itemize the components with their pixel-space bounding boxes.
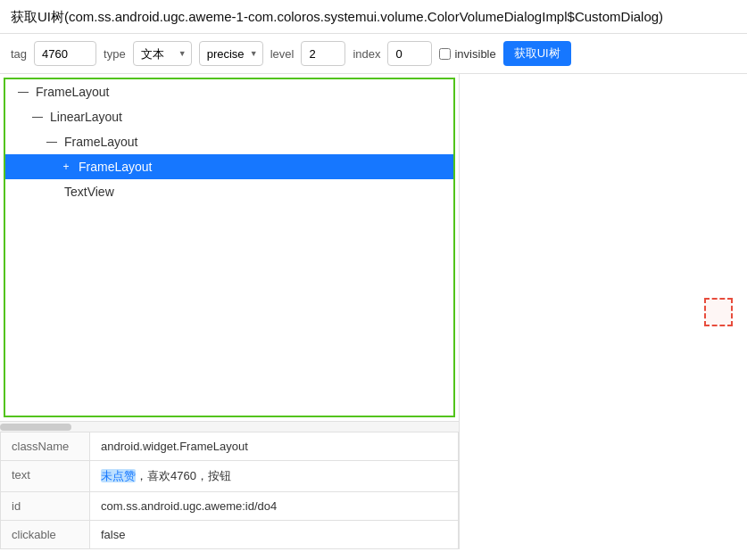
tree-item-label: LinearLayout: [50, 110, 122, 124]
table-row: clickable false: [1, 521, 459, 549]
prop-key: id: [1, 492, 90, 521]
invisible-checkbox-label[interactable]: invisible: [439, 47, 495, 61]
prop-value-text: 未点赞，喜欢4760，按钮: [90, 461, 459, 492]
table-row: className android.widget.FrameLayout: [1, 432, 459, 461]
type-label: type: [104, 47, 126, 61]
right-panel: [460, 74, 747, 549]
plus-icon: +: [59, 161, 73, 173]
scrollbar-thumb[interactable]: [0, 424, 71, 431]
tree-item[interactable]: — LinearLayout: [5, 104, 453, 129]
prop-key: text: [1, 461, 90, 492]
table-row: id com.ss.android.ugc.aweme:id/do4: [1, 492, 459, 521]
tree-item[interactable]: — FrameLayout: [5, 129, 453, 154]
tree-item[interactable]: — FrameLayout: [5, 79, 453, 104]
tag-input[interactable]: [34, 41, 96, 66]
tag-label: tag: [11, 47, 27, 61]
type-select-wrapper: 文本 ID XPath: [133, 41, 192, 66]
index-input[interactable]: [387, 41, 432, 66]
invisible-checkbox[interactable]: [439, 48, 451, 60]
index-label: index: [353, 47, 380, 61]
tree-item-label: TextView: [64, 185, 114, 199]
minus-icon: —: [16, 86, 30, 98]
tree-area: — FrameLayout — LinearLayout — FrameLayo…: [4, 78, 455, 417]
tree-item-selected[interactable]: + FrameLayout: [5, 154, 453, 179]
tree-item[interactable]: TextView: [5, 179, 453, 204]
props-table: className android.widget.FrameLayout tex…: [0, 432, 459, 549]
prop-value: com.ss.android.ugc.aweme:id/do4: [90, 492, 459, 521]
level-input[interactable]: [301, 41, 345, 66]
text-highlight: 未点赞: [101, 469, 136, 482]
page-title: 获取UI树(com.ss.android.ugc.aweme-1-com.col…: [11, 7, 736, 26]
minus-icon: —: [30, 111, 45, 123]
level-label: level: [270, 47, 295, 61]
invisible-label: invisible: [454, 47, 495, 61]
type-select[interactable]: 文本 ID XPath: [133, 41, 192, 66]
main-content: — FrameLayout — LinearLayout — FrameLayo…: [0, 74, 747, 549]
tree-item-label: FrameLayout: [79, 160, 152, 174]
prop-value: android.widget.FrameLayout: [90, 432, 459, 461]
get-ui-tree-button[interactable]: 获取UI树: [503, 41, 571, 66]
prop-key: className: [1, 432, 90, 461]
precise-select[interactable]: precise fuzzy: [199, 41, 263, 66]
scrollbar-area[interactable]: [0, 421, 459, 432]
minus-icon: —: [45, 136, 59, 148]
prop-value: false: [90, 521, 459, 549]
precise-select-wrapper: precise fuzzy: [199, 41, 263, 66]
tree-item-label: FrameLayout: [36, 85, 109, 99]
dashed-selection-box: [704, 298, 733, 326]
table-row: text 未点赞，喜欢4760，按钮: [1, 461, 459, 492]
toolbar: tag type 文本 ID XPath precise fuzzy level…: [0, 34, 747, 74]
prop-key: clickable: [1, 521, 90, 549]
left-panel: — FrameLayout — LinearLayout — FrameLayo…: [0, 74, 460, 549]
top-bar: 获取UI树(com.ss.android.ugc.aweme-1-com.col…: [0, 0, 747, 34]
tree-item-label: FrameLayout: [64, 135, 137, 149]
